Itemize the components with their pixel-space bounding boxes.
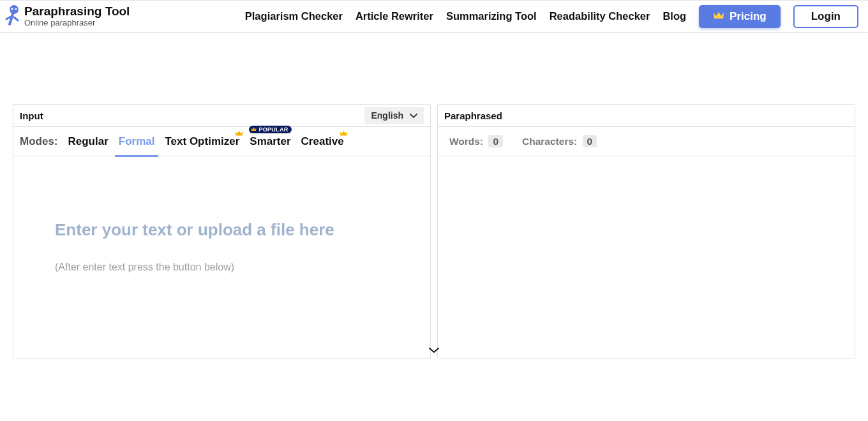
- input-panel-title: Input: [20, 110, 43, 121]
- crown-icon: [251, 126, 257, 133]
- chars-stat: Characters: 0: [522, 136, 597, 147]
- mode-label: Regular: [68, 135, 108, 148]
- popular-label: POPULAR: [258, 126, 288, 133]
- chars-value: 0: [583, 135, 597, 147]
- nav-article-rewriter[interactable]: Article Rewriter: [355, 10, 433, 22]
- output-panel: Paraphrased Words: 0 Characters: 0: [437, 104, 855, 359]
- chevron-down-icon: [410, 110, 417, 121]
- svg-point-2: [15, 8, 17, 10]
- output-panel-header: Paraphrased: [438, 105, 855, 127]
- crown-icon: [713, 10, 724, 23]
- logo-icon: [5, 4, 20, 29]
- nav-summarizing-tool[interactable]: Summarizing Tool: [446, 10, 537, 22]
- login-button[interactable]: Login: [793, 5, 858, 28]
- workspace: Input English Modes: Regular Formal Text…: [13, 104, 855, 359]
- mode-creative[interactable]: Creative: [301, 127, 344, 156]
- brand[interactable]: Paraphrasing Tool Online paraphraser: [5, 4, 130, 29]
- popular-badge: POPULAR: [249, 126, 291, 133]
- input-hint: (After enter text press the button below…: [55, 262, 395, 273]
- modes-row: Modes: Regular Formal Text Optimizer Sma…: [13, 127, 430, 156]
- input-panel: Input English Modes: Regular Formal Text…: [13, 104, 431, 359]
- words-label: Words:: [449, 136, 483, 147]
- modes-label: Modes:: [20, 135, 58, 148]
- language-select[interactable]: English: [364, 107, 424, 124]
- mode-regular[interactable]: Regular: [68, 127, 108, 156]
- svg-point-0: [10, 5, 19, 14]
- input-panel-header: Input English: [13, 105, 430, 127]
- mode-label: Creative: [301, 135, 344, 148]
- mode-label: Formal: [119, 135, 155, 148]
- brand-subtitle: Online paraphraser: [24, 18, 130, 27]
- nav-readability-checker[interactable]: Readability Checker: [550, 10, 650, 22]
- words-value: 0: [488, 135, 503, 147]
- main-nav: Plagiarism Checker Article Rewriter Summ…: [245, 5, 858, 28]
- nav-blog[interactable]: Blog: [662, 10, 686, 22]
- output-stats-row: Words: 0 Characters: 0: [438, 127, 855, 156]
- mode-label: Text Optimizer: [165, 135, 239, 148]
- nav-plagiarism-checker[interactable]: Plagiarism Checker: [245, 10, 343, 22]
- input-placeholder: Enter your text or upload a file here: [55, 220, 395, 240]
- collapse-handle[interactable]: [426, 343, 442, 358]
- words-stat: Words: 0: [449, 136, 503, 147]
- pricing-button[interactable]: Pricing: [699, 5, 781, 28]
- mode-formal[interactable]: Formal: [119, 127, 155, 156]
- chars-label: Characters:: [522, 136, 577, 147]
- pricing-label: Pricing: [730, 10, 767, 23]
- brand-title: Paraphrasing Tool: [24, 5, 130, 18]
- text-input-area[interactable]: Enter your text or upload a file here (A…: [13, 156, 430, 358]
- output-panel-title: Paraphrased: [444, 110, 502, 121]
- app-header: Paraphrasing Tool Online paraphraser Pla…: [0, 0, 868, 33]
- login-label: Login: [811, 10, 841, 23]
- mode-smarter[interactable]: Smarter POPULAR: [250, 127, 290, 156]
- output-area: [438, 156, 855, 358]
- svg-point-1: [11, 8, 13, 10]
- chevron-down-icon: [428, 345, 440, 357]
- crown-icon: [340, 127, 348, 140]
- mode-label: Smarter: [250, 135, 290, 148]
- mode-text-optimizer[interactable]: Text Optimizer: [165, 127, 239, 156]
- crown-icon: [235, 127, 243, 140]
- language-value: English: [371, 110, 403, 121]
